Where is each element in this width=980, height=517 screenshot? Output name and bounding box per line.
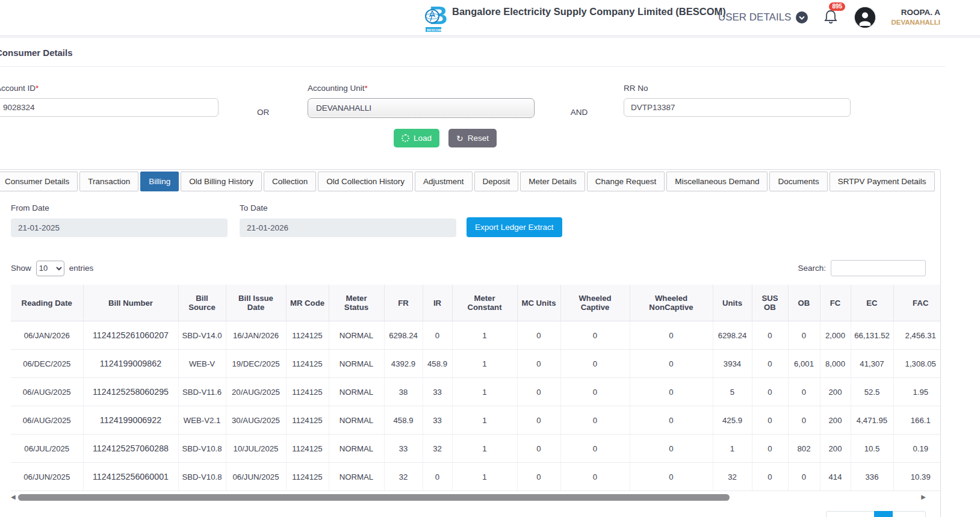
- table-cell: 6298.24: [384, 321, 423, 350]
- tab-meter-details[interactable]: Meter Details: [520, 172, 585, 191]
- required-asterisk: *: [365, 84, 368, 93]
- column-header-fc[interactable]: FC: [820, 285, 851, 321]
- and-label: AND: [535, 84, 624, 117]
- rr-no-input[interactable]: [624, 98, 851, 117]
- notification-badge: 895: [829, 2, 845, 11]
- table-cell: NORMAL: [329, 435, 384, 463]
- table-cell: 06/AUG/2025: [11, 378, 83, 406]
- column-header-reading-date[interactable]: Reading Date: [11, 285, 83, 321]
- entries-label: entries: [69, 264, 94, 273]
- column-header-bill-number[interactable]: Bill Number: [83, 285, 178, 321]
- tab-documents[interactable]: Documents: [769, 172, 827, 191]
- billing-table-body: 06/JAN/20261124125261060207SBD-V14.016/J…: [11, 321, 940, 491]
- scroll-right-arrow-icon[interactable]: ▶: [921, 494, 926, 500]
- table-cell: 4,471.95: [851, 406, 893, 435]
- table-footer: Showing 1 to 6 of 6 entries Previous 1 N…: [11, 511, 926, 517]
- tab-deposit[interactable]: Deposit: [474, 172, 519, 191]
- from-date-group: From Date: [11, 203, 228, 237]
- table-cell: 0: [560, 378, 630, 406]
- accounting-unit-field-group: Accounting Unit* DEVANAHALLI: [308, 84, 535, 118]
- tab-adjustment[interactable]: Adjustment: [415, 172, 473, 191]
- column-header-ob[interactable]: OB: [788, 285, 820, 321]
- column-header-meter-constant[interactable]: Meter Constant: [452, 285, 517, 321]
- column-header-ec[interactable]: EC: [851, 285, 893, 321]
- load-button[interactable]: Load: [394, 129, 439, 147]
- table-cell: 06/DEC/2025: [11, 350, 83, 378]
- table-cell: SBD-V10.8: [178, 463, 226, 491]
- column-header-sus-ob[interactable]: SUS OB: [752, 285, 788, 321]
- table-cell: 0: [560, 321, 630, 350]
- column-header-bill-source[interactable]: Bill Source: [178, 285, 226, 321]
- table-cell: 8,000: [820, 350, 851, 378]
- table-cell: 32: [423, 435, 452, 463]
- table-cell: 4392.9: [384, 350, 423, 378]
- to-date-input[interactable]: [240, 218, 456, 237]
- account-id-label: Account ID*: [0, 84, 219, 93]
- tab-old-billing-history[interactable]: Old Billing History: [181, 172, 262, 191]
- table-cell: 20/AUG/2025: [226, 378, 286, 406]
- page-title: Consumer Details: [0, 38, 945, 67]
- table-controls: Show 10 entries Search:: [11, 260, 926, 276]
- refresh-icon: ↻: [456, 134, 464, 143]
- brand: B BESCOM Bangalore Electricity Supply Co…: [424, 3, 726, 32]
- tab-srtpv-payment-details[interactable]: SRTPV Payment Details: [830, 172, 935, 191]
- billing-table: Reading DateBill NumberBill SourceBill I…: [11, 285, 940, 491]
- notifications-bell[interactable]: 895: [823, 8, 839, 26]
- bell-icon: [823, 8, 838, 25]
- column-header-wheeled-noncaptive[interactable]: Wheeled NonCaptive: [630, 285, 713, 321]
- page-size-select[interactable]: 10: [36, 261, 64, 276]
- tab-consumer-details[interactable]: Consumer Details: [0, 172, 78, 191]
- tab-billing[interactable]: Billing: [140, 172, 179, 191]
- table-cell: 66,131.52: [851, 321, 893, 350]
- table-cell: 0: [788, 406, 820, 435]
- reset-button[interactable]: ↻Reset: [448, 129, 497, 147]
- table-cell: 10.39: [893, 463, 940, 491]
- table-cell: NORMAL: [329, 350, 384, 378]
- table-cell: 0: [517, 406, 560, 435]
- table-cell: 33: [384, 435, 423, 463]
- tab-old-collection-history[interactable]: Old Collection History: [318, 172, 413, 191]
- tab-change-request[interactable]: Change Request: [587, 172, 665, 191]
- column-header-mr-code[interactable]: MR Code: [286, 285, 329, 321]
- scroll-left-arrow-icon[interactable]: ◀: [11, 494, 16, 500]
- page-1-button[interactable]: 1: [874, 511, 893, 517]
- table-cell: 0: [630, 321, 713, 350]
- table-cell: 200: [820, 378, 851, 406]
- table-cell: 2,000: [820, 321, 851, 350]
- column-header-fr[interactable]: FR: [384, 285, 423, 321]
- table-cell: 06/JAN/2026: [11, 321, 83, 350]
- scrollbar-track[interactable]: [18, 494, 919, 501]
- column-header-units[interactable]: Units: [713, 285, 752, 321]
- export-ledger-extract-button[interactable]: Export Ledger Extract: [467, 217, 562, 237]
- previous-page-button[interactable]: Previous: [826, 511, 874, 517]
- account-id-input[interactable]: [0, 98, 219, 117]
- tab-collection[interactable]: Collection: [264, 172, 316, 191]
- spinner-icon: [402, 134, 409, 142]
- column-header-mc-units[interactable]: MC Units: [517, 285, 560, 321]
- table-cell: 1124125256060001: [83, 463, 178, 491]
- column-header-ir[interactable]: IR: [423, 285, 452, 321]
- user-details-menu[interactable]: USER DETAILS: [718, 11, 808, 23]
- table-cell: 0: [517, 321, 560, 350]
- table-cell: 3934: [713, 350, 752, 378]
- accounting-unit-select[interactable]: DEVANAHALLI: [308, 98, 535, 118]
- table-row: 06/JUN/20251124125256060001SBD-V10.806/J…: [11, 463, 940, 491]
- column-header-bill-issue-date[interactable]: Bill Issue Date: [226, 285, 286, 321]
- table-cell: 1: [452, 321, 517, 350]
- tab-transaction[interactable]: Transaction: [79, 172, 138, 191]
- table-cell: 1: [452, 350, 517, 378]
- column-header-fac[interactable]: FAC: [893, 285, 940, 321]
- table-row: 06/JAN/20261124125261060207SBD-V14.016/J…: [11, 321, 940, 350]
- table-cell: 52.5: [851, 378, 893, 406]
- scrollbar-thumb[interactable]: [18, 494, 730, 501]
- top-bar: B BESCOM Bangalore Electricity Supply Co…: [0, 0, 980, 35]
- avatar[interactable]: [855, 7, 875, 28]
- tab-miscellaneous-demand[interactable]: Miscellaneous Demand: [666, 172, 768, 191]
- search-input[interactable]: [831, 260, 926, 276]
- from-date-input[interactable]: [11, 218, 228, 237]
- column-header-wheeled-captive[interactable]: Wheeled Captive: [560, 285, 630, 321]
- bescom-logo-icon: B BESCOM: [424, 3, 447, 32]
- column-header-meter-status[interactable]: Meter Status: [329, 285, 384, 321]
- form-actions: Load ↻Reset: [0, 118, 920, 156]
- next-page-button[interactable]: Next: [893, 511, 926, 517]
